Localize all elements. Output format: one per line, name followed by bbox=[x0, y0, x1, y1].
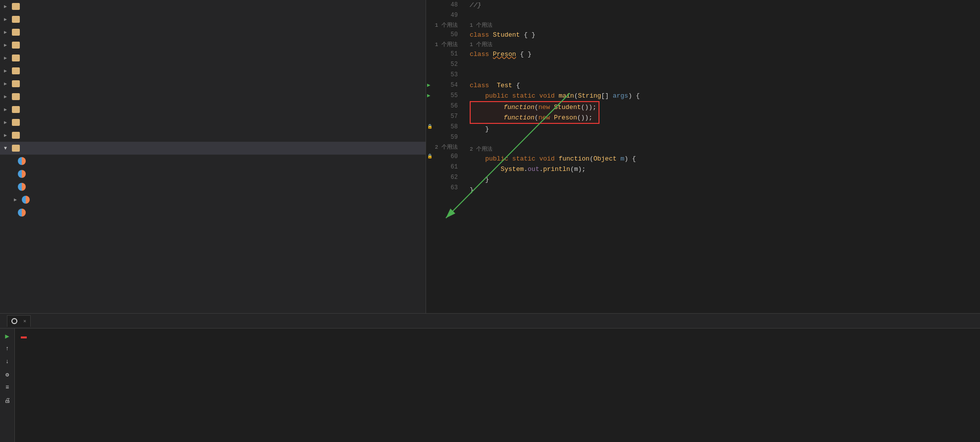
bottom-panel: ✕ ▶ ↑ ↓ ⚙ ≡ 🖨 bbox=[0, 313, 980, 442]
code-line-56: function(new Student()); bbox=[473, 102, 597, 112]
chevron-right-icon: ▶ bbox=[4, 94, 12, 100]
run-arrow-55: ▶ bbox=[427, 91, 431, 101]
scroll-up-button[interactable]: ↑ bbox=[2, 343, 13, 354]
scroll-down-button[interactable]: ↓ bbox=[2, 356, 13, 367]
code-lines-56-57-box: function(new Student()); function(new Pr… bbox=[470, 101, 599, 124]
run-tab-icon bbox=[11, 318, 17, 324]
filter-button[interactable]: ≡ bbox=[2, 382, 13, 393]
code-line-60: public static void function(Object m) { bbox=[470, 154, 980, 164]
chevron-right-icon: ▶ bbox=[4, 107, 12, 112]
lock-icon-58: 🔒 bbox=[427, 122, 433, 132]
code-line-51: class Preson { } bbox=[470, 49, 980, 59]
folder-icon bbox=[12, 93, 20, 100]
code-line-58: } bbox=[470, 124, 980, 134]
folder-icon bbox=[12, 106, 20, 113]
chevron-right-icon: ▶ bbox=[4, 119, 12, 125]
ln-61: 61 bbox=[426, 162, 458, 172]
gutter: 48 49 1 个用法 50 1 个用法 bbox=[426, 0, 466, 313]
chevron-right-icon: ▶ bbox=[4, 132, 12, 138]
code-line-48: //} bbox=[470, 0, 980, 10]
tree-item-generarraysinglinklist[interactable]: ▶ bbox=[0, 90, 426, 103]
folder-icon bbox=[12, 29, 20, 36]
tree-item-j3-20[interactable] bbox=[0, 206, 426, 219]
code-line-53 bbox=[470, 70, 980, 80]
tree-item-algorithm[interactable]: ▶ bbox=[0, 0, 426, 13]
code-hint-60: 2 个用法 bbox=[470, 145, 980, 154]
ln-51-hint: 1 个用法 bbox=[426, 40, 458, 49]
ln-60: 🔒 60 bbox=[426, 152, 458, 162]
code-line-63: } bbox=[470, 185, 980, 195]
folder-icon bbox=[12, 132, 20, 139]
code-line-61: System.out.println(m); bbox=[470, 164, 980, 174]
bottom-content: ▶ ↑ ↓ ⚙ ≡ 🖨 bbox=[0, 329, 980, 442]
chevron-down-icon: ▼ bbox=[4, 146, 12, 151]
tree-item-singlinklist[interactable]: ▶ bbox=[0, 116, 426, 129]
console-output-box bbox=[21, 336, 27, 338]
ln-53: 53 bbox=[426, 70, 458, 80]
folder-icon bbox=[12, 119, 20, 126]
java-icon bbox=[18, 209, 26, 217]
run-tab[interactable]: ✕ bbox=[7, 315, 31, 327]
chevron-right-icon: ▶ bbox=[4, 81, 12, 87]
editor-lines[interactable]: 48 49 1 个用法 50 1 个用法 bbox=[426, 0, 980, 313]
settings-button[interactable]: ⚙ bbox=[2, 369, 13, 380]
close-tab-button[interactable]: ✕ bbox=[23, 318, 26, 324]
folder-open-icon bbox=[12, 145, 20, 152]
run-arrow-54: ▶ bbox=[427, 80, 431, 91]
tree-item-j3-19[interactable]: ▶ bbox=[0, 193, 426, 206]
lock-icon-60: 🔒 bbox=[427, 152, 433, 162]
code-line-49 bbox=[470, 10, 980, 21]
tree-item-classroom[interactable]: ▶ bbox=[0, 26, 426, 39]
tree-item-generarraylist[interactable]: ▶ bbox=[0, 77, 426, 90]
tree-item-shuffle[interactable]: ▶ bbox=[0, 103, 426, 116]
ln-51: 51 bbox=[426, 49, 458, 59]
tree-item-j3-16[interactable] bbox=[0, 180, 426, 193]
java-icon bbox=[18, 183, 26, 191]
chevron-right-icon: ▶ bbox=[4, 29, 12, 35]
print-button[interactable]: 🖨 bbox=[2, 395, 13, 406]
code-line-55: public static void main(String[] args) { bbox=[470, 91, 980, 101]
folder-icon bbox=[12, 16, 20, 23]
code-hint-51: 1 个用法 bbox=[470, 40, 980, 49]
ln-49: 49 bbox=[426, 10, 458, 21]
folder-icon bbox=[12, 3, 20, 10]
code-line-52 bbox=[470, 59, 980, 70]
console-output bbox=[15, 329, 980, 442]
java-icon bbox=[18, 157, 26, 165]
ln-55: ▶ 55 bbox=[426, 91, 458, 101]
folder-icon bbox=[12, 67, 20, 74]
chevron-right-icon: ▶ bbox=[4, 42, 12, 48]
ln-50: 50 bbox=[426, 30, 458, 40]
ln-58: 🔒 58 bbox=[426, 122, 458, 132]
bottom-tabs-bar: ✕ bbox=[0, 314, 980, 329]
ln-50-hint: 1 个用法 bbox=[426, 21, 458, 30]
code-lines[interactable]: //} 1 个用法 class Student { } 1 个用法 bbox=[466, 0, 980, 313]
tree-item-j3-15[interactable] bbox=[0, 167, 426, 180]
tree-item-extend01[interactable]: ▶ bbox=[0, 52, 426, 64]
tree-item-testdmo3[interactable]: ▼ bbox=[0, 142, 426, 155]
chevron-right-icon: ▶ bbox=[14, 197, 22, 203]
ln-60-hint: 2 个用法 bbox=[426, 143, 458, 152]
folder-icon bbox=[12, 42, 20, 49]
ln-52: 52 bbox=[426, 59, 458, 70]
tree-item-com[interactable]: ▶ bbox=[0, 39, 426, 52]
tree-item-j3-13[interactable] bbox=[0, 155, 426, 167]
editor-pane: 48 49 1 个用法 50 1 个用法 bbox=[426, 0, 980, 313]
ln-63: 63 bbox=[426, 183, 458, 193]
chevron-right-icon: ▶ bbox=[4, 3, 12, 9]
file-tree: ▶ ▶ ▶ ▶ ▶ bbox=[0, 0, 426, 313]
code-line-54: class Test { bbox=[470, 80, 980, 91]
code-line-62: } bbox=[470, 174, 980, 185]
tree-item-arraylist[interactable]: ▶ bbox=[0, 13, 426, 26]
run-again-button[interactable]: ▶ bbox=[2, 331, 13, 341]
folder-icon bbox=[12, 80, 20, 87]
tree-item-extend02[interactable]: ▶ bbox=[0, 64, 426, 77]
code-hint-50: 1 个用法 bbox=[470, 21, 980, 30]
console-toolbar: ▶ ↑ ↓ ⚙ ≡ 🖨 bbox=[0, 329, 15, 442]
tree-item-testdmo1[interactable]: ▶ bbox=[0, 129, 426, 142]
code-line-59 bbox=[470, 134, 980, 145]
ln-57: 57 bbox=[426, 111, 458, 122]
code-line-57: function(new Preson()); bbox=[473, 112, 597, 123]
chevron-right-icon: ▶ bbox=[4, 68, 12, 74]
ln-48: 48 bbox=[426, 0, 458, 10]
